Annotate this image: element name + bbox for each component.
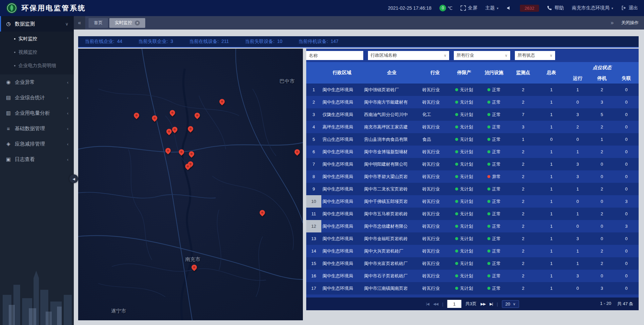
page-size-select[interactable]: 20 ∨	[502, 300, 519, 308]
cell-running: 0	[566, 294, 590, 297]
sidebar-subitem-realtime-monitor[interactable]: 实时监控	[0, 32, 74, 46]
status-dot-icon	[455, 200, 458, 203]
cell-monitor-points: 3	[509, 121, 537, 133]
map-pin-icon[interactable]	[259, 209, 266, 216]
tab-realtime[interactable]: 实时监控×	[109, 18, 145, 28]
sidebar-collapse-toggle[interactable]: ◀	[69, 174, 78, 183]
map-pin-icon[interactable]	[188, 150, 196, 158]
first-page-button[interactable]: |◀	[426, 302, 429, 306]
alert-count-badge[interactable]: 2632	[520, 5, 539, 12]
chevron-down-icon: ∨	[513, 302, 516, 306]
tab-scroll-left-button[interactable]: «	[74, 16, 85, 30]
cell-offline: 0	[614, 183, 639, 195]
status-text: 正常	[492, 137, 501, 143]
page-number-input[interactable]	[447, 300, 462, 308]
map-panel[interactable]: 巴中市南充市遂宁市	[78, 49, 303, 320]
sidebar-item-data-monitoring[interactable]: ◷数据监测∨	[0, 16, 74, 32]
sidebar-item-enterprise-abnormal[interactable]: ◉企业异常‹	[0, 74, 74, 90]
table-row[interactable]: 2阆中生态环境局阆中市南方节能建材有砖瓦行业无计划正常21030	[306, 96, 639, 108]
sidebar-item-power-usage-analysis[interactable]: ▥企业用电量分析‹	[0, 105, 74, 121]
fullscreen-button[interactable]: 全屏	[461, 5, 477, 11]
table-row[interactable]: 12阆中生态环境局阆中市忠信建材有限公砖瓦行业无计划正常21003	[306, 220, 639, 232]
cell-pollution-facility: 正常	[479, 245, 509, 257]
table-row[interactable]: 1阆中生态环境局阆中强锐页岩砖厂砖瓦行业无计划正常21120	[306, 84, 639, 96]
close-icon[interactable]: ×	[135, 20, 140, 25]
table-row[interactable]: 9阆中生态环境局阆中市二龙长宝页岩砖砖瓦行业无计划正常21120	[306, 183, 639, 195]
cell-offline: 0	[614, 245, 639, 257]
map-pin-icon[interactable]	[169, 109, 176, 116]
cell-total-meters: 1	[537, 158, 566, 170]
name-filter-input[interactable]	[306, 51, 363, 60]
map-pin-icon[interactable]	[171, 125, 179, 133]
temperature-badge: 0	[439, 5, 446, 11]
map-pin-icon[interactable]	[164, 147, 172, 155]
next-page-button[interactable]: ▶▶	[481, 302, 486, 306]
tab-home[interactable]: 首页	[89, 18, 108, 28]
last-page-button[interactable]: ▶|	[490, 302, 493, 306]
tab-scroll-right-button[interactable]: »	[606, 16, 618, 30]
map-pin-icon[interactable]	[194, 111, 201, 119]
column-subheader-2: 失联	[614, 73, 639, 84]
content-area: « 首页实时监控× » 关闭操作 当前在线企业:44当前失联企业:3当前在线设备…	[74, 16, 644, 325]
logout-button[interactable]: 退出	[621, 5, 638, 11]
region-select[interactable]: 行政区域名称∨	[368, 51, 449, 60]
map-pin-icon[interactable]	[178, 148, 185, 156]
cell-limit-production: 无计划	[449, 270, 479, 282]
status-text: 正常	[492, 87, 501, 93]
table-row[interactable]: 13阆中生态环境局阆中市金福旺页岩机砖砖瓦行业无计划正常21300	[306, 232, 639, 245]
org-dropdown[interactable]: 南充市生态环境局 ▾	[572, 5, 613, 11]
table-row[interactable]: 4高坪生态环境局南充市高坪区王家店建砖瓦行业无计划正常31220	[306, 121, 639, 133]
table-row[interactable]: 10阆中生态环境局阆中千佛镇五郎垭页岩砖瓦行业无计划正常21003	[306, 195, 639, 208]
status-text: 无计划	[460, 87, 473, 93]
table-row[interactable]: 16阆中生态环境局阆中市石子页岩机砖厂砖瓦行业无计划正常21300	[306, 270, 639, 282]
cell-pollution-facility: 正常	[479, 257, 509, 270]
status-select[interactable]: 所有状态∨	[515, 51, 555, 60]
map-pin-icon[interactable]	[151, 114, 158, 122]
industry-select[interactable]: 所有行业∨	[454, 51, 510, 60]
table-row[interactable]: 8阆中生态环境局阆中市枣碧大梁山页岩砖瓦行业无计划异常21300	[306, 170, 639, 183]
sidebar-subitem-video-monitor[interactable]: 视频监控	[0, 46, 74, 59]
map-pin-icon[interactable]	[293, 148, 301, 156]
table-row[interactable]: 15阆中生态环境局阆中市光富页岩机砖厂砖瓦行业无计划正常21120	[306, 257, 639, 270]
map-pin-icon[interactable]	[218, 98, 226, 106]
stat-label: 当前在线企业:	[85, 39, 114, 45]
table-row[interactable]: 3仪陇生态环境局西南油气田分公司川中化工无计划正常71350	[306, 108, 639, 121]
table-row[interactable]: 5营山生态环境局营山县润丰肉食品有限食品无计划正常10010	[306, 133, 639, 146]
cell-stopped: 2	[590, 208, 614, 220]
sidebar-item-log-view[interactable]: ▣日志查看‹	[0, 152, 74, 167]
cell-running: 0	[566, 133, 590, 146]
sound-button[interactable]	[506, 5, 512, 11]
help-button[interactable]: 帮助	[547, 5, 564, 11]
prev-page-button[interactable]: ◀◀	[433, 302, 438, 306]
sidebar-menu: ◷数据监测∨实时监控视频监控企业电力负荷明细◉企业异常‹▤企业综合统计‹▥企业用…	[0, 16, 74, 167]
cell-pollution-facility: 正常	[479, 183, 509, 195]
table-row[interactable]: 11阆中生态环境局阆中市五马桥页岩机砖砖瓦行业无计划正常21120	[306, 208, 639, 220]
logout-label: 退出	[629, 5, 638, 11]
close-operations-button[interactable]: 关闭操作	[621, 20, 639, 26]
map-pin-icon[interactable]	[133, 111, 141, 119]
status-text: 无计划	[460, 112, 473, 118]
map-pin-icon[interactable]	[191, 264, 198, 271]
tab-label: 首页	[94, 20, 103, 26]
table-row[interactable]: 18南部生态环境局南部县双佛头建材有限砖瓦行业无计划正常21030	[306, 294, 639, 297]
theme-dropdown[interactable]: 主题 ▾	[485, 5, 498, 11]
table-row[interactable]: 6阆中生态环境局阆中市金博瑞新型墙材砖瓦行业无计划正常21120	[306, 146, 639, 158]
table-row[interactable]: 7阆中生态环境局阆中明阳建材有限公司砖瓦行业无计划正常21300	[306, 158, 639, 170]
sidebar-item-enterprise-statistics[interactable]: ▤企业综合统计‹	[0, 90, 74, 105]
main-row: ◷数据监测∨实时监控视频监控企业电力负荷明细◉企业异常‹▤企业综合统计‹▥企业用…	[0, 16, 644, 325]
table-row[interactable]: 17阆中生态环境局阆中市江南镇阆南页岩砖瓦行业无计划正常21030	[306, 282, 639, 294]
select-value: 行政区域名称	[371, 52, 397, 58]
sidebar-item-emergency-reduction[interactable]: ◈应急减排管理‹	[0, 136, 74, 152]
status-text: 无计划	[460, 261, 473, 267]
status-dot-icon	[455, 125, 458, 128]
table-row[interactable]: 14阆中生态环境局阆中大兴页岩机砖厂砖瓦行业无计划正常21120	[306, 245, 639, 257]
cell-limit-production: 无计划	[449, 257, 479, 270]
map-pin-icon[interactable]	[187, 125, 195, 133]
sidebar-item-basic-data-management[interactable]: ≡基础数据管理‹	[0, 121, 74, 136]
cell-running: 3	[566, 108, 590, 121]
status-dot-icon	[487, 88, 490, 91]
cell-total-meters: 1	[537, 84, 566, 96]
cell-region: 阆中生态环境局	[321, 183, 363, 195]
sidebar-subitem-power-load-detail[interactable]: 企业电力负荷明细	[0, 59, 74, 72]
fullscreen-icon	[461, 5, 466, 11]
